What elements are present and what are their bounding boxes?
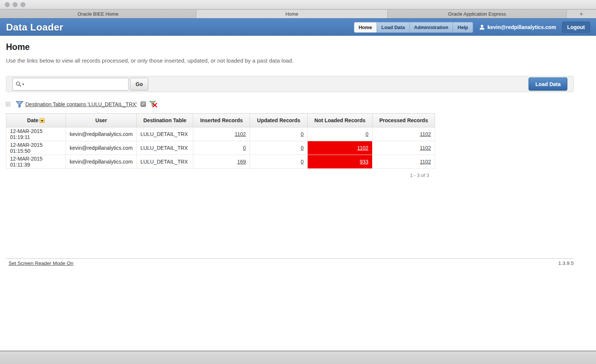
record-count-link[interactable]: 0: [365, 131, 368, 137]
window-zoom-button[interactable]: [20, 2, 25, 7]
column-header-user[interactable]: User: [66, 114, 137, 127]
page-description: Use the links below to view all records …: [6, 57, 590, 64]
page-title: Home: [6, 42, 590, 52]
cell-user: kevin@redpillanalytics.com: [66, 127, 137, 141]
cell-processed-records: 1102: [372, 155, 435, 169]
cell-date: 12-MAR-2015 01:11:39: [6, 155, 66, 169]
record-count-link[interactable]: 1102: [420, 131, 431, 137]
logout-button[interactable]: Logout: [562, 22, 590, 33]
main-navigation: Home Load Data Administration Help: [354, 22, 473, 33]
table-header-row: Date User Destination Table Inserted Rec…: [6, 114, 435, 127]
window-titlebar: [0, 0, 596, 9]
go-button[interactable]: Go: [130, 78, 148, 91]
cell-destination-table: LULU_DETAIL_TRX: [137, 127, 193, 141]
table-row: 12-MAR-2015 01:11:39kevin@redpillanalyti…: [6, 155, 435, 169]
cell-not-loaded-records: 1102: [308, 141, 372, 155]
cell-inserted-records: 169: [193, 155, 250, 169]
sort-descending-icon[interactable]: [39, 118, 45, 123]
column-header-date[interactable]: Date: [6, 114, 66, 127]
column-header-destination-table[interactable]: Destination Table: [137, 114, 193, 127]
cell-updated-records: 0: [250, 127, 308, 141]
app-version: 1.3.9.5: [558, 260, 574, 266]
search-wrap: ▾: [12, 78, 129, 91]
browser-status-bar: [0, 351, 596, 364]
tab-label: Oracle Application Express: [448, 11, 506, 17]
table-row: 12-MAR-2015 01:15:50kevin@redpillanalyti…: [6, 141, 435, 155]
tab-label: Oracle BIEE Home: [77, 11, 118, 17]
browser-tab-oracle-biee-home[interactable]: Oracle BIEE Home: [0, 10, 196, 18]
browser-tab-home[interactable]: Home: [196, 10, 388, 18]
record-count-link[interactable]: 0: [301, 145, 304, 151]
filter-row: − Destination Table contains 'LULU_DETAI…: [6, 101, 590, 108]
cell-destination-table: LULU_DETAIL_TRX: [137, 141, 193, 155]
footer-divider: [6, 258, 574, 259]
column-header-not-loaded-records[interactable]: Not Loaded Records: [308, 114, 372, 127]
nav-tab-home[interactable]: Home: [354, 22, 377, 33]
cell-inserted-records: 1102: [193, 127, 250, 141]
record-count-link[interactable]: 1102: [357, 145, 368, 151]
collapse-filters-button[interactable]: −: [6, 102, 10, 106]
report-toolbar: ▾ Go Load Data: [6, 76, 574, 92]
record-count-link[interactable]: 1102: [420, 145, 431, 151]
record-count-link[interactable]: 933: [360, 159, 368, 165]
nav-tab-load-data[interactable]: Load Data: [377, 22, 410, 33]
cell-user: kevin@redpillanalytics.com: [66, 141, 137, 155]
column-header-inserted-records[interactable]: Inserted Records: [193, 114, 250, 127]
screen-reader-mode-link[interactable]: Set Screen Reader Mode On: [9, 260, 73, 266]
cell-date: 12-MAR-2015 01:19:11: [6, 127, 66, 141]
header-right: Home Load Data Administration Help kevin…: [354, 22, 590, 33]
record-count-link[interactable]: 1102: [235, 131, 246, 137]
filter-enabled-checkbox[interactable]: ✓: [140, 101, 146, 107]
cell-not-loaded-records: 933: [308, 155, 372, 169]
data-load-report-table: Date User Destination Table Inserted Rec…: [6, 113, 435, 169]
user-chip: kevin@redpillanalytics.com: [479, 24, 556, 30]
cell-not-loaded-records: 0: [308, 127, 372, 141]
record-count-link[interactable]: 0: [301, 159, 304, 165]
column-header-processed-records[interactable]: Processed Records: [372, 114, 435, 127]
table-row: 12-MAR-2015 01:19:11kevin@redpillanalyti…: [6, 127, 435, 141]
chevron-down-icon: ▾: [22, 82, 24, 86]
user-email: kevin@redpillanalytics.com: [488, 24, 556, 30]
nav-tab-administration[interactable]: Administration: [410, 22, 453, 33]
search-icon: [16, 81, 22, 87]
browser-tab-bar: Oracle BIEE Home Home Oracle Application…: [0, 9, 596, 18]
cell-updated-records: 0: [250, 155, 308, 169]
filter-condition-link[interactable]: Destination Table contains 'LULU_DETAIL_…: [25, 101, 137, 107]
table-body: 12-MAR-2015 01:19:11kevin@redpillanalyti…: [6, 127, 435, 169]
cell-user: kevin@redpillanalytics.com: [66, 155, 137, 169]
plus-icon: +: [579, 10, 583, 18]
record-count-link[interactable]: 0: [243, 145, 246, 151]
cell-destination-table: LULU_DETAIL_TRX: [137, 155, 193, 169]
cell-inserted-records: 0: [193, 141, 250, 155]
record-count-link[interactable]: 1102: [420, 159, 431, 165]
nav-tab-help[interactable]: Help: [453, 22, 473, 33]
search-column-menu-button[interactable]: ▾: [16, 81, 24, 87]
window-close-button[interactable]: [5, 2, 10, 7]
browser-tab-oracle-application-express[interactable]: Oracle Application Express: [388, 10, 567, 18]
app-title: Data Loader: [6, 22, 63, 33]
remove-filter-icon[interactable]: [149, 101, 158, 108]
column-header-label: Date: [27, 117, 38, 123]
cell-updated-records: 0: [250, 141, 308, 155]
app-header: Data Loader Home Load Data Administratio…: [0, 18, 596, 36]
person-icon: [479, 24, 485, 30]
new-tab-button[interactable]: +: [567, 10, 596, 18]
record-count-link[interactable]: 169: [237, 159, 246, 165]
load-data-button[interactable]: Load Data: [529, 77, 567, 91]
cell-processed-records: 1102: [372, 127, 435, 141]
cell-date: 12-MAR-2015 01:15:50: [6, 141, 66, 155]
window-minimize-button[interactable]: [13, 2, 18, 7]
column-header-updated-records[interactable]: Updated Records: [250, 114, 308, 127]
tab-label: Home: [285, 11, 298, 17]
record-count-link[interactable]: 0: [301, 131, 304, 137]
cell-processed-records: 1102: [372, 141, 435, 155]
search-input[interactable]: [12, 78, 129, 91]
filter-funnel-icon: [16, 101, 23, 108]
main-content: Home Use the links below to view all rec…: [0, 42, 596, 178]
pagination-label: 1 - 3 of 3: [6, 172, 429, 178]
